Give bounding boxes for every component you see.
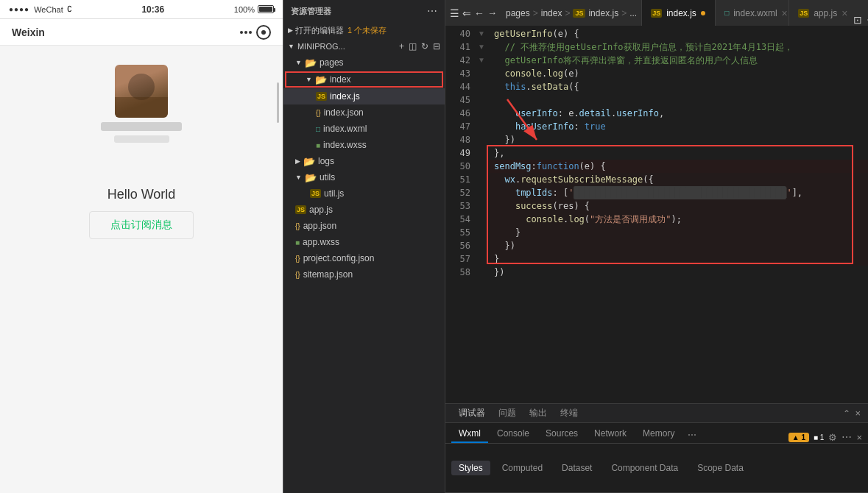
inner-tab-wxml[interactable]: Wxml	[451, 425, 488, 443]
inner-tab-sources[interactable]: Sources	[538, 425, 585, 443]
tab-issues[interactable]: 问题	[493, 405, 522, 421]
util-js-icon: JS	[310, 189, 321, 198]
code-line-58	[487, 279, 868, 292]
styles-tab[interactable]: Styles	[451, 461, 490, 475]
file-app-json[interactable]: {} app.json	[283, 218, 445, 234]
wxss-file-icon: ■	[316, 141, 320, 149]
tab-app-close[interactable]: ×	[841, 7, 847, 19]
open-editors-section[interactable]: ▶ 打开的编辑器 1 个未保存	[283, 22, 445, 38]
bottom-close-icon[interactable]: ×	[856, 432, 862, 443]
file-index-json-label: index.json	[324, 107, 364, 118]
file-util-js[interactable]: JS util.js	[283, 185, 445, 202]
file-sitemap[interactable]: {} sitemap.json	[283, 266, 445, 283]
tab-app-js[interactable]: JS app.js ×	[788, 0, 847, 26]
file-index-wxml[interactable]: □ index.wxml	[283, 121, 445, 137]
file-index-wxss-label: index.wxss	[323, 140, 367, 150]
tab-debugger[interactable]: 调试器	[453, 405, 491, 421]
breadcrumb-filename: index.js	[588, 8, 618, 18]
breadcrumb-more: ...	[629, 8, 637, 18]
code-line-51: tmplIds: ['█████████████████████████████…	[487, 186, 868, 199]
editor-tabs: ☰ ⇐ ← → pages > index > JS index.js > ..…	[445, 0, 868, 26]
carrier-label: WeChat	[34, 5, 63, 14]
file-util-js-label: util.js	[324, 188, 344, 199]
file-project-config[interactable]: {} project.config.json	[283, 250, 445, 266]
unsaved-count: 1 个未保存	[347, 25, 387, 36]
folder-index-label: index	[330, 74, 351, 85]
phone-simulator: ●●●● WeChat ∁ 10:36 100% Weixin	[0, 0, 283, 493]
wxml-file-icon: □	[316, 125, 320, 133]
folder-pages-icon: 📂	[305, 57, 317, 68]
tab-output[interactable]: 输出	[523, 405, 553, 421]
phone-nav-bar: Weixin	[0, 19, 283, 46]
breadcrumb-js-icon: JS	[573, 9, 585, 18]
computed-tab[interactable]: Computed	[495, 461, 550, 475]
sitemap-json-icon: {}	[295, 271, 300, 279]
inner-tab-memory[interactable]: Memory	[635, 425, 682, 443]
tab-terminal[interactable]: 终端	[554, 405, 584, 421]
dataset-tab[interactable]: Dataset	[554, 461, 599, 475]
component-data-tab[interactable]: Component Data	[604, 461, 685, 475]
miniprogram-section[interactable]: ▼ MINIPROG... + ◫ ↻ ⊟	[283, 38, 445, 54]
tab-index-wxml-label: index.wxml	[733, 8, 777, 18]
breadcrumb-index: index	[541, 8, 562, 18]
app-json-icon: {}	[295, 222, 300, 230]
tab-index-wxml[interactable]: □ index.wxml ×	[715, 0, 788, 26]
more-tabs-btn[interactable]: ⋯	[683, 427, 701, 443]
tab-index-js-label: index.js	[666, 8, 696, 18]
add-file-icon[interactable]: +	[399, 41, 404, 52]
settings-icon[interactable]: ⚙	[828, 432, 837, 443]
project-json-icon: {}	[295, 255, 300, 263]
tab-wxml-close[interactable]: ×	[782, 7, 788, 19]
file-app-wxss[interactable]: ■ app.wxss	[283, 234, 445, 250]
split-editor-icon[interactable]: ⊡	[853, 14, 862, 26]
code-line-46: userInfo: e.detail.userInfo,	[487, 107, 868, 120]
code-line-sendmsg: sendMsg:function(e) {	[487, 160, 868, 173]
code-line-47: hasUserInfo: true	[487, 120, 868, 133]
file-app-js[interactable]: JS app.js	[283, 202, 445, 218]
nav-circle-icon[interactable]	[256, 25, 271, 40]
folder-utils-label: utils	[320, 172, 335, 182]
tab-dot-unsaved	[701, 11, 705, 15]
file-index-js[interactable]: JS index.js	[283, 88, 445, 104]
tab-app-js-file-icon: JS	[798, 9, 809, 18]
refresh-icon[interactable]: ↻	[421, 41, 428, 52]
app-js-icon: JS	[295, 205, 306, 214]
file-project-config-label: project.config.json	[303, 253, 375, 263]
folder-pages[interactable]: ▼ 📂 pages	[283, 54, 445, 71]
subscribe-button[interactable]: 点击订阅消息	[89, 211, 194, 239]
collapse-icon[interactable]: ⊟	[433, 41, 440, 52]
fold-indicators: ▼ ▼ ▼	[476, 26, 487, 403]
folder-logs[interactable]: ▶ 📂 logs	[283, 153, 445, 169]
file-app-json-label: app.json	[303, 221, 336, 231]
code-content[interactable]: getUserInfo(e) { // 不推荐使用getUserInfo获取用户…	[487, 26, 868, 403]
signal-dots: ●●●●	[9, 5, 29, 13]
add-folder-icon[interactable]: ◫	[409, 41, 417, 52]
close-panel-icon[interactable]: ×	[855, 408, 861, 419]
bottom-more-icon[interactable]: ⋯	[841, 431, 852, 443]
forward-icon[interactable]: →	[487, 7, 497, 18]
nav-dots-icon[interactable]	[240, 31, 252, 34]
file-panel-title: 资源管理器	[291, 6, 331, 17]
scope-data-tab[interactable]: Scope Data	[690, 461, 751, 475]
breadcrumb-pages: pages	[506, 8, 530, 18]
inner-tab-network[interactable]: Network	[587, 425, 634, 443]
folder-index[interactable]: ▼ 📂 index	[285, 71, 443, 88]
tab-wxml-file-icon: □	[724, 9, 729, 17]
bookmark-icon[interactable]: ⇐	[462, 7, 471, 19]
expand-panel-icon[interactable]: ⌃	[843, 408, 850, 419]
back-icon[interactable]: ←	[474, 7, 484, 19]
tab-index-js[interactable]: JS index.js	[641, 0, 715, 26]
file-index-json[interactable]: {} index.json	[283, 104, 445, 121]
file-app-js-label: app.js	[309, 205, 333, 215]
sidebar-toggle-icon[interactable]: ☰	[450, 7, 459, 19]
file-index-wxss[interactable]: ■ index.wxss	[283, 137, 445, 153]
code-line-55: })	[487, 239, 868, 252]
folder-utils[interactable]: ▼ 📂 utils	[283, 169, 445, 185]
file-panel-more-icon[interactable]: ⋯	[427, 5, 437, 17]
inner-tab-console[interactable]: Console	[490, 425, 537, 443]
chevron-utils-icon: ▼	[295, 174, 302, 181]
error-badge: ■ 1	[814, 433, 824, 441]
bottom-panel-header: 调试器 问题 输出 终端 ⌃ ×	[445, 404, 868, 423]
scrollbar[interactable]	[277, 82, 279, 123]
open-editors-label: 打开的编辑器	[295, 25, 344, 36]
